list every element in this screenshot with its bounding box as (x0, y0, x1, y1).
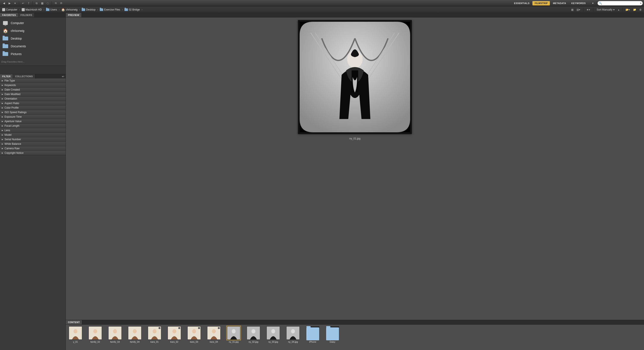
thumb-label: family_03 (110, 340, 120, 343)
crumb-desktop[interactable]: Desktop (81, 8, 96, 12)
crumb-chrisorwig[interactable]: 🏠chrisorwig (60, 8, 78, 12)
settings-badge-icon (198, 327, 200, 329)
thumb-ny-01-jpg[interactable]: ny_01.jpg (226, 326, 242, 343)
favorite-desktop[interactable]: Desktop (1, 35, 64, 42)
workspace-dropdown-icon[interactable]: ▾ (591, 2, 595, 5)
workspace-keywords[interactable]: KEYWORDS (569, 1, 588, 5)
tab-folders[interactable]: FOLDERS (18, 13, 34, 17)
crumb-exercise-files[interactable]: Exercise Files (99, 8, 121, 12)
thumb-family-03[interactable]: family_03 (107, 326, 123, 343)
triangle-right-icon: ▶ (2, 84, 3, 86)
filter-aspect-ratio[interactable]: ▶Aspect Ratio (0, 101, 66, 106)
favorite-chrisorwig[interactable]: 🏠chrisorwig (1, 27, 64, 35)
favorite-pictures[interactable]: Pictures (1, 50, 64, 58)
photoshop-icon[interactable]: ▦ (40, 1, 45, 6)
thumb-kara-03[interactable]: kara_03 (186, 326, 202, 343)
search-menu-icon[interactable]: ▾ (640, 2, 642, 5)
crumb-users[interactable]: Users (45, 8, 58, 12)
thumb-label: ny_03.jpg (268, 340, 278, 343)
panel-menu-icon[interactable]: ▾≡ (62, 75, 66, 78)
chevron-right-icon[interactable]: › (58, 8, 60, 11)
crumb-02-bridge[interactable]: 02 Bridge (124, 8, 140, 12)
thumb-kara-04[interactable]: kara_04 (206, 326, 222, 343)
thumb-kara-02[interactable]: kara_02 (166, 326, 182, 343)
chevron-right-icon[interactable]: › (96, 8, 99, 11)
tab-content[interactable]: CONTENT (66, 320, 82, 324)
filter-serial-number[interactable]: ▶Serial Number (0, 137, 66, 142)
filter-color-profile[interactable]: ▶Color Profile (0, 106, 66, 110)
favorite-documents[interactable]: Documents (1, 42, 64, 50)
filter-file-type[interactable]: ▶File Type (0, 79, 66, 83)
camera-icon[interactable]: ⧉ (34, 1, 39, 6)
crumb-macintosh-hd[interactable]: Macintosh HD (21, 8, 42, 12)
tab-favorites[interactable]: FAVORITES (0, 13, 18, 17)
open-folder-icon[interactable]: 📂▾ (625, 8, 631, 12)
workspace-essentials[interactable]: ESSENTIALS (512, 1, 532, 5)
thumbnail-view-icon[interactable]: ▦ (570, 8, 574, 12)
trash-icon[interactable]: 🗑 (638, 8, 643, 12)
crumb-label: Exercise Files (104, 8, 120, 11)
folder-icon (306, 326, 320, 340)
folder-icon (46, 9, 50, 11)
filter-orientation[interactable]: ▶Orientation (0, 97, 66, 101)
chevron-right-icon[interactable]: › (121, 8, 124, 11)
thumbnail-image (168, 326, 181, 340)
workspace-filmstrip[interactable]: FILMSTRIP (532, 1, 550, 5)
filter-date-created[interactable]: ▶Date Created (0, 88, 66, 92)
chevron-right-icon[interactable]: › (42, 8, 45, 11)
tab-filter[interactable]: FILTER (0, 74, 13, 79)
chevron-right-icon[interactable]: › (78, 8, 81, 11)
forward-icon[interactable]: ▶ (7, 1, 12, 6)
path-bar: Computer›Macintosh HD›Users›🏠chrisorwig›… (0, 7, 644, 13)
filter-keywords[interactable]: ▶Keywords (0, 83, 66, 88)
preview-image[interactable] (298, 20, 412, 134)
filter-copyright-notice[interactable]: ▶Copyright Notice (0, 151, 66, 155)
tab-collections[interactable]: COLLECTIONS (13, 74, 35, 79)
thumb-ny-03-jpg[interactable]: ny_03.jpg (265, 326, 281, 343)
filter-aperture-value[interactable]: ▶Aperture Value (0, 119, 66, 124)
new-folder-icon[interactable]: 📁 (632, 8, 637, 12)
filter-camera-raw[interactable]: ▶Camera Raw (0, 146, 66, 151)
thumb-iphone[interactable]: iPhone (305, 326, 321, 343)
rotate-ccw-icon[interactable]: ⟲ (53, 1, 58, 6)
thumb-daisy[interactable]: Daisy (324, 326, 340, 343)
history-dropdown-icon[interactable]: ▾ (12, 1, 18, 6)
workspace-metadata[interactable]: METADATA (551, 1, 568, 5)
triangle-right-icon: ▶ (2, 93, 3, 95)
chevron-right-icon[interactable]: › (141, 8, 143, 11)
filter-lens[interactable]: ▶Lens (0, 128, 66, 133)
workspace-tabs: ESSENTIALSFILMSTRIPMETADATAKEYWORDS (512, 1, 588, 5)
thumb-family-04[interactable]: family_04 (127, 326, 143, 343)
tab-preview[interactable]: PREVIEW (66, 13, 82, 17)
filter-model[interactable]: ▶Model (0, 133, 66, 137)
filter-white-balance[interactable]: ▶White Balance (0, 142, 66, 146)
filter-date-modified[interactable]: ▶Date Modified (0, 92, 66, 97)
thumb-family-02[interactable]: family_02 (87, 326, 103, 343)
view-options-icon[interactable]: ▥▾ (576, 8, 581, 12)
preview-area: ny_01.jpg (66, 18, 644, 320)
sort-asc-icon[interactable]: ▴ (617, 8, 620, 12)
search-input[interactable]: 🔍 ▾ (598, 1, 643, 5)
chevron-right-icon[interactable]: › (18, 8, 21, 11)
crumb-computer[interactable]: Computer (1, 8, 18, 12)
favorites-list: Computer🏠chrisorwigDesktopDocumentsPictu… (0, 18, 66, 59)
rotate-cw-icon[interactable]: ⟳ (59, 1, 64, 6)
thumb-y-01[interactable]: y_01 (68, 326, 84, 343)
reveal-icon[interactable]: ⤴︎ (26, 1, 31, 6)
favorite-computer[interactable]: Computer (1, 19, 64, 27)
boomerang-icon[interactable]: ↩︎ (20, 1, 26, 6)
star-filter-icon[interactable]: ★▾ (586, 8, 591, 12)
settings-badge-icon (178, 327, 180, 329)
thumb-kara-01[interactable]: kara_01 (146, 326, 162, 343)
filter-focal-length[interactable]: ▶Focal Length (0, 124, 66, 128)
filter-iso-speed-ratings[interactable]: ▶ISO Speed Ratings (0, 110, 66, 115)
filter-exposure-time[interactable]: ▶Exposure Time (0, 115, 66, 119)
back-icon[interactable]: ◀ (1, 1, 6, 6)
refine-icon[interactable]: ◌ (45, 1, 50, 6)
sort-button[interactable]: Sort Manually ▾ (596, 8, 616, 12)
thumb-ny-04-jpg[interactable]: ny_04.jpg (285, 326, 301, 343)
content-strip[interactable]: y_01 family_02 family_03 family_04 kara_… (66, 325, 644, 350)
search-field[interactable] (603, 2, 640, 5)
thumb-ny-02-jpg[interactable]: ny_02.jpg (246, 326, 262, 343)
crumb-label: Macintosh HD (26, 8, 42, 11)
